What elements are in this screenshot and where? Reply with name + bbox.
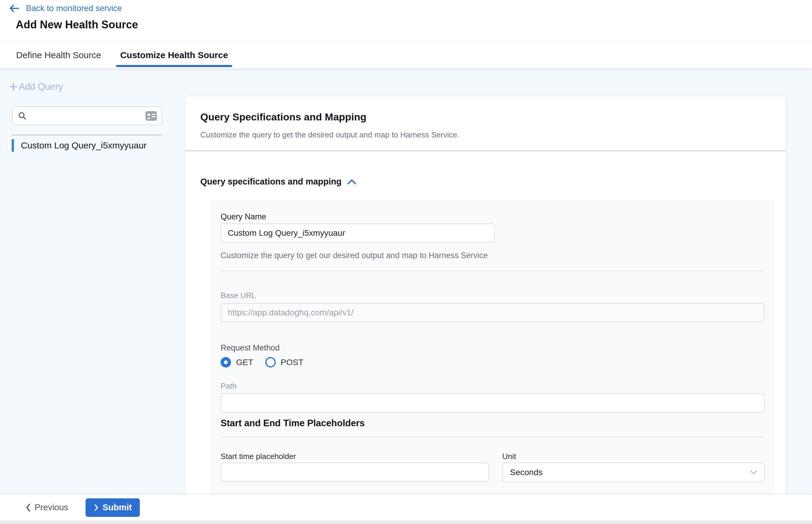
tab-bar: Define Health Source Customize Health So…	[0, 42, 812, 68]
section-title: Query specifications and mapping	[200, 177, 342, 186]
radio-post-unselected-icon	[265, 357, 276, 367]
previous-button-label: Previous	[35, 503, 68, 512]
chevron-down-icon	[750, 470, 758, 475]
query-name-label: Query Name	[221, 212, 266, 222]
query-list-item[interactable]: Custom Log Query_i5xmyyuaur	[12, 138, 173, 153]
path-label: Path	[221, 381, 237, 391]
bottom-edge-strip	[0, 520, 812, 524]
form-divider-1	[221, 271, 765, 271]
search-input[interactable]	[31, 111, 145, 121]
submit-button[interactable]: Submit	[85, 498, 140, 517]
query-form-panel: Query Name Customize the query to get ou…	[210, 200, 775, 494]
radio-get-selected-icon	[221, 357, 231, 367]
chevron-right-icon	[94, 504, 99, 512]
search-icon	[18, 111, 27, 121]
page-header: Back to monitored service Add New Health…	[0, 0, 812, 42]
chevron-up-icon	[347, 179, 357, 185]
card-view-icon[interactable]	[145, 111, 157, 121]
card-subheading: Customize the query to get the desired o…	[200, 130, 459, 140]
previous-button[interactable]: Previous	[25, 503, 68, 512]
collapse-section-button[interactable]	[347, 179, 357, 185]
placeholders-heading: Start and End Time Placeholders	[221, 418, 365, 429]
start-time-input[interactable]	[221, 463, 489, 482]
request-method-label: Request Method	[221, 343, 280, 353]
back-link[interactable]: Back to monitored service	[9, 4, 122, 13]
content-area: Add Query Custom Log Query_i5xmyyuaur Qu…	[0, 68, 812, 494]
radio-post-label: POST	[281, 358, 304, 367]
path-input[interactable]	[221, 393, 765, 413]
tab-define-health-source[interactable]: Define Health Source	[12, 42, 105, 68]
start-time-label: Start time placeholder	[221, 452, 296, 461]
tab-customize-health-source[interactable]: Customize Health Source	[116, 42, 232, 68]
query-spec-card: Query Specifications and Mapping Customi…	[185, 96, 786, 494]
chevron-left-icon	[25, 503, 31, 512]
base-url-label: Base URL	[221, 291, 256, 300]
add-query-button[interactable]: Add Query	[9, 81, 63, 92]
unit-select-value: Seconds	[510, 468, 542, 477]
query-list-item-label: Custom Log Query_i5xmyyuaur	[21, 141, 147, 150]
card-heading: Query Specifications and Mapping	[200, 111, 367, 123]
sidebar-divider	[12, 135, 162, 135]
plus-icon	[9, 82, 18, 92]
unit-select[interactable]: Seconds	[502, 463, 765, 482]
submit-button-label: Submit	[102, 503, 132, 512]
radio-option-post[interactable]: POST	[265, 357, 304, 367]
card-divider	[185, 150, 786, 151]
request-method-radio-group: GET POST	[221, 357, 304, 367]
page-title: Add New Health Source	[16, 18, 138, 31]
arrow-left-icon	[9, 4, 20, 13]
query-name-helper-text: Customize the query to get our desired o…	[221, 251, 488, 260]
query-name-input[interactable]	[221, 224, 495, 243]
query-search-box	[12, 107, 162, 125]
section-header: Query specifications and mapping	[200, 177, 357, 186]
selected-indicator-bar	[12, 139, 14, 152]
add-query-label: Add Query	[19, 81, 63, 92]
base-url-input[interactable]	[221, 303, 765, 322]
unit-label: Unit	[502, 452, 516, 461]
form-divider-2	[221, 437, 765, 438]
back-link-label: Back to monitored service	[26, 4, 122, 13]
radio-get-label: GET	[236, 358, 254, 367]
footer-bar: Previous Submit	[0, 494, 812, 520]
radio-option-get[interactable]: GET	[221, 357, 254, 367]
